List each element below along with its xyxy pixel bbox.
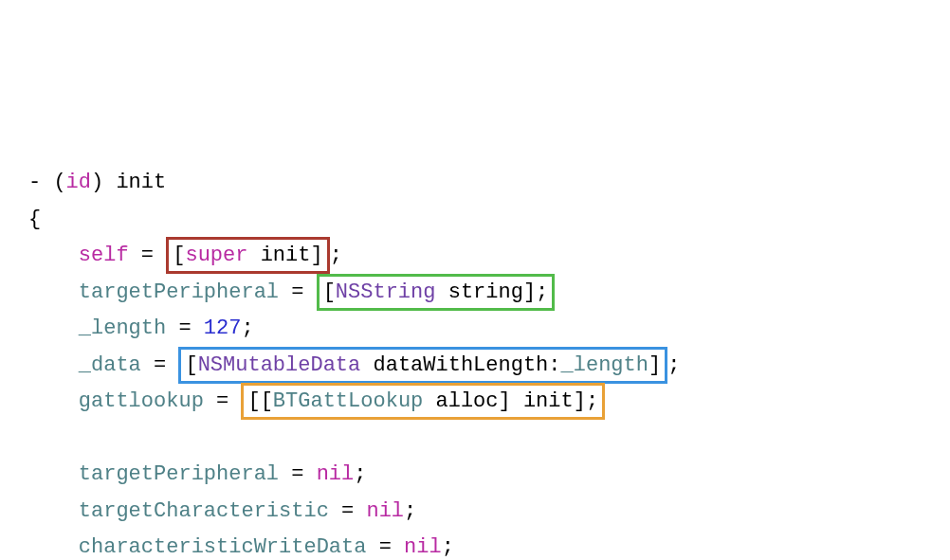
line-5: _length = 127; [28,316,254,340]
line-11: characteristicWriteData = nil; [28,535,454,559]
open-paren: ( [53,171,65,194]
semicolon: ; [667,353,680,377]
line-6: _data = [NSMutableData dataWithLength:_l… [28,353,680,377]
line-4: targetPeripheral = [NSString string]; [28,280,555,304]
semicolon: ; [536,280,548,304]
line-2: { [28,208,41,231]
line-3: self = [super init]; [28,244,342,267]
line-1: - (id) init [28,171,166,194]
init-msg: init [523,389,574,413]
btgattlookup-class: BTGattLookup [273,389,423,413]
nil-kw: nil [404,535,442,559]
nsmutabledata-box: [NSMutableData dataWithLength:_length] [178,347,667,384]
var-targetCharacteristic: targetCharacteristic [79,499,329,523]
close-paren: ) [91,171,103,194]
semicolon: ; [586,389,598,413]
alloc-msg: alloc [436,389,499,413]
close-bracket-outer: ] [574,389,586,413]
code-block: - (id) init { self = [super init]; targe… [28,165,922,560]
equals: = [204,389,242,413]
close-bracket: ] [523,280,536,304]
open-brace: { [28,208,41,231]
semicolon: ; [241,316,253,340]
line-7: gattlookup = [[BTGattLookup alloc] init]… [28,389,605,413]
equals: = [166,316,204,340]
space [247,244,260,267]
super-init-box: [super init] [166,237,329,274]
nil-kw: nil [317,462,355,486]
init-msg: init [261,244,311,267]
datawithlength-msg: dataWithLength: [373,353,560,377]
nil-kw: nil [366,499,404,523]
space [435,280,448,304]
type-id: id [66,171,91,194]
open-bracket-inner: [ [261,389,273,413]
dash: - [28,171,41,194]
super-kw: super [185,244,247,267]
var-gattlookup: gattlookup [79,389,204,413]
equals: = [129,244,167,267]
var-characteristicWriteData: characteristicWriteData [79,535,367,559]
line-9: targetPeripheral = nil; [28,462,366,486]
equals: = [279,462,317,486]
var-length: _length [79,316,166,340]
nsstring-class: NSString [336,280,436,304]
open-bracket: [ [323,280,336,304]
string-msg: string [448,280,523,304]
close-bracket: ] [649,353,661,377]
equals: = [366,535,404,559]
equals: = [279,280,317,304]
nsmutabledata-class: NSMutableData [198,353,361,377]
nsstring-box: [NSString string]; [317,274,556,311]
self-kw: self [79,244,129,267]
semicolon: ; [442,535,454,559]
open-bracket: [ [185,353,197,377]
semicolon: ; [354,462,366,486]
var-data: _data [79,353,141,377]
semicolon: ; [330,244,342,267]
close-bracket: ] [310,244,322,267]
method-name: init [116,171,166,194]
open-bracket-outer: [ [247,389,260,413]
open-bracket: [ [173,244,185,267]
length-arg: _length [561,353,649,377]
btgattlookup-box: [[BTGattLookup alloc] init]; [241,383,605,420]
equals: = [141,353,179,377]
space [511,389,523,413]
line-10: targetCharacteristic = nil; [28,499,416,523]
close-bracket-inner: ] [499,389,511,413]
semicolon: ; [404,499,416,523]
var-targetPeripheral: targetPeripheral [79,280,279,304]
num-127: 127 [204,316,242,340]
equals: = [329,499,367,523]
space [423,389,435,413]
space [360,353,373,377]
var-targetPeripheral: targetPeripheral [79,462,279,486]
